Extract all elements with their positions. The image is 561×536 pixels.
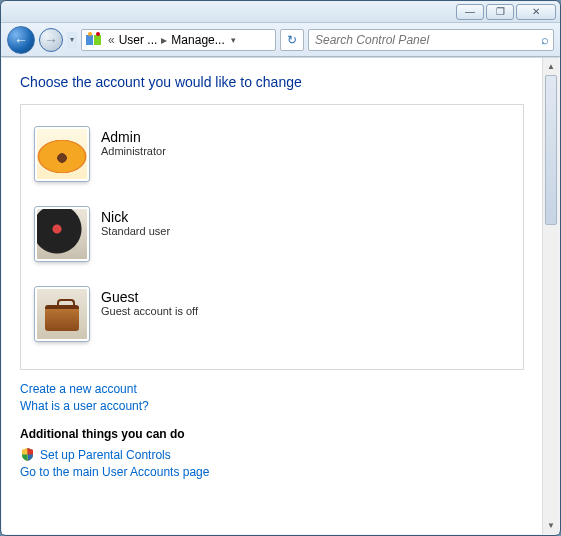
avatar <box>35 207 89 261</box>
breadcrumb-user[interactable]: User ... <box>117 33 160 47</box>
svg-rect-0 <box>86 35 93 45</box>
breadcrumb-overflow[interactable]: « <box>106 33 117 47</box>
nav-toolbar: ← → ▾ « User ... ▸ Manage... ▾ ↻ ⌕ <box>1 23 560 57</box>
scroll-up-button[interactable]: ▲ <box>543 58 559 75</box>
refresh-button[interactable]: ↻ <box>280 29 304 51</box>
create-account-link[interactable]: Create a new account <box>20 382 524 396</box>
content: Choose the account you would like to cha… <box>2 58 542 534</box>
refresh-icon: ↻ <box>287 33 297 47</box>
accounts-panel: Admin Administrator Nick Standard user G… <box>20 104 524 370</box>
account-role-label: Standard user <box>101 225 170 237</box>
maximize-button[interactable]: ❐ <box>486 4 514 20</box>
control-panel-icon <box>85 31 103 49</box>
avatar <box>35 287 89 341</box>
account-name-label: Nick <box>101 209 170 225</box>
forward-button: → <box>39 28 63 52</box>
account-name-label: Admin <box>101 129 166 145</box>
account-text: Guest Guest account is off <box>101 287 198 317</box>
what-is-account-link[interactable]: What is a user account? <box>20 399 524 413</box>
search-input[interactable] <box>313 32 541 48</box>
search-box[interactable]: ⌕ <box>308 29 554 51</box>
vertical-scrollbar[interactable]: ▲ ▼ <box>542 58 559 534</box>
account-text: Admin Administrator <box>101 127 166 157</box>
minimize-button[interactable]: — <box>456 4 484 20</box>
breadcrumb-manage[interactable]: Manage... <box>169 33 226 47</box>
scroll-down-button[interactable]: ▼ <box>543 517 559 534</box>
window-frame: — ❐ ✕ ← → ▾ « User ... ▸ Manage... ▾ ↻ ⌕… <box>0 0 561 536</box>
back-button[interactable]: ← <box>7 26 35 54</box>
additional-heading: Additional things you can do <box>20 427 524 441</box>
titlebar: — ❐ ✕ <box>1 1 560 23</box>
account-role-label: Guest account is off <box>101 305 198 317</box>
close-button[interactable]: ✕ <box>516 4 556 20</box>
main-accounts-page-link[interactable]: Go to the main User Accounts page <box>20 465 524 479</box>
account-guest[interactable]: Guest Guest account is off <box>31 279 513 359</box>
page-title: Choose the account you would like to cha… <box>20 74 524 90</box>
nav-history-dropdown[interactable]: ▾ <box>67 32 77 48</box>
search-icon[interactable]: ⌕ <box>541 32 549 47</box>
breadcrumb-dropdown[interactable]: ▾ <box>227 35 241 45</box>
svg-point-3 <box>96 32 100 36</box>
chevron-right-icon: ▸ <box>159 33 169 47</box>
account-role-label: Administrator <box>101 145 166 157</box>
scroll-thumb[interactable] <box>545 75 557 225</box>
svg-point-2 <box>88 32 92 36</box>
svg-rect-1 <box>94 35 101 45</box>
account-text: Nick Standard user <box>101 207 170 237</box>
parental-controls-link[interactable]: Set up Parental Controls <box>40 448 171 462</box>
content-area: Choose the account you would like to cha… <box>2 57 559 534</box>
breadcrumb[interactable]: « User ... ▸ Manage... ▾ <box>81 29 276 51</box>
account-admin[interactable]: Admin Administrator <box>31 119 513 199</box>
account-name-label: Guest <box>101 289 198 305</box>
shield-icon <box>20 447 35 462</box>
account-nick[interactable]: Nick Standard user <box>31 199 513 279</box>
avatar <box>35 127 89 181</box>
